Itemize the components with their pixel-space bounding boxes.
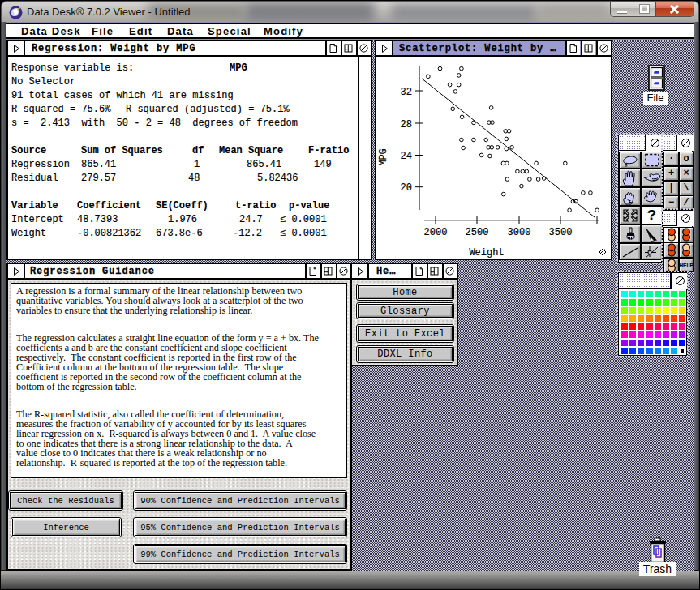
svg-text:2000: 2000: [424, 227, 448, 238]
svg-text:20: 20: [401, 182, 412, 194]
svg-text:2500: 2500: [466, 227, 489, 238]
svg-text:24: 24: [401, 151, 412, 162]
svg-text:3500: 3500: [549, 227, 573, 238]
svg-text:Weight: Weight: [469, 247, 504, 259]
svg-text:3000: 3000: [508, 227, 531, 238]
svg-text:MPG: MPG: [378, 148, 389, 166]
svg-text:32: 32: [401, 87, 412, 98]
svg-text:28: 28: [401, 119, 412, 130]
